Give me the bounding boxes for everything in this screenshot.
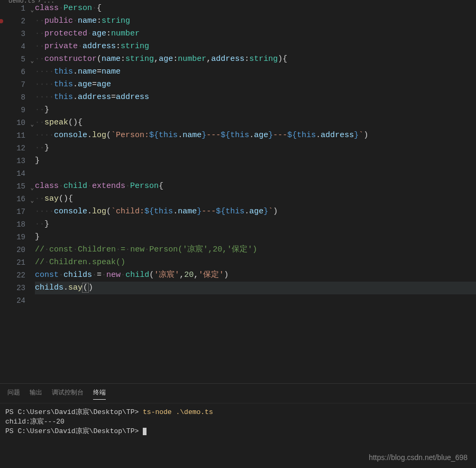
line-number: 24 <box>0 294 35 307</box>
cursor-icon <box>143 428 147 435</box>
terminal-line: PS C:\Users\David凉宸\Desktop\TP> <box>5 427 471 436</box>
terminal-line: child:凉宸---20 <box>5 417 471 427</box>
code-line[interactable]: childs.say() <box>35 282 476 294</box>
code-line[interactable]: ····console.log(`Person:${this.name}---$… <box>35 129 476 142</box>
line-number: 5⌄ <box>0 53 35 66</box>
tab-problems[interactable]: 问题 <box>7 388 20 400</box>
code-line[interactable]: ··say(){ <box>35 193 476 205</box>
line-number: 4 <box>0 40 35 53</box>
code-line[interactable]: ··private·address:string <box>35 40 476 53</box>
code-line[interactable]: class·child·extends·Person{ <box>35 180 476 193</box>
line-number: 18 <box>0 218 35 231</box>
code-line[interactable]: ····this.name=name <box>35 66 476 78</box>
code-line[interactable] <box>35 294 476 307</box>
terminal-output[interactable]: PS C:\Users\David凉宸\Desktop\TP> ts-node … <box>0 403 476 440</box>
code-area[interactable]: class·Person·{··public·name:string··prot… <box>35 2 476 383</box>
code-line[interactable]: ··speak(){ <box>35 116 476 129</box>
code-line[interactable]: ····this.address=address <box>35 91 476 104</box>
line-number: 9 <box>0 104 35 116</box>
code-line[interactable]: ··constructor(name:string,age:number,add… <box>35 53 476 66</box>
line-number: 8 <box>0 91 35 104</box>
code-line[interactable]: ··public·name:string <box>35 15 476 28</box>
code-line[interactable]: } <box>35 155 476 167</box>
line-number: 2 <box>0 15 35 28</box>
tab-terminal[interactable]: 终端 <box>93 388 106 400</box>
line-number: 12 <box>0 142 35 155</box>
line-gutter: 1⌄2345⌄678910⌄1112131415⌄16⌄171819202122… <box>0 2 35 383</box>
code-line[interactable]: ··} <box>35 142 476 155</box>
tab-debug-console[interactable]: 调试控制台 <box>52 388 84 400</box>
code-line[interactable]: const·childs·=·new·child('凉宸',20,'保定') <box>35 269 476 282</box>
code-line[interactable]: class·Person·{ <box>35 2 476 15</box>
code-line[interactable]: ····console.log(`child:${this.name}---${… <box>35 205 476 218</box>
line-number: 11 <box>0 129 35 142</box>
line-number: 3 <box>0 28 35 40</box>
terminal-line: PS C:\Users\David凉宸\Desktop\TP> ts-node … <box>5 408 471 417</box>
line-number: 21 <box>0 256 35 269</box>
panel-tabs: 问题 输出 调试控制台 终端 <box>0 384 476 403</box>
code-line[interactable]: ··} <box>35 104 476 116</box>
line-number: 17 <box>0 205 35 218</box>
code-editor[interactable]: 1⌄2345⌄678910⌄1112131415⌄16⌄171819202122… <box>0 2 476 383</box>
line-number: 1⌄ <box>0 2 35 15</box>
line-number: 20 <box>0 244 35 256</box>
breakpoint-icon[interactable] <box>0 19 3 23</box>
code-line[interactable]: } <box>35 231 476 244</box>
code-line[interactable]: ··protected·age:number <box>35 28 476 40</box>
line-number: 7 <box>0 78 35 91</box>
code-line[interactable]: ··} <box>35 218 476 231</box>
code-line[interactable]: //·Children.speak() <box>35 256 476 269</box>
line-number: 6 <box>0 66 35 78</box>
tab-output[interactable]: 输出 <box>30 388 42 400</box>
line-number: 10⌄ <box>0 116 35 129</box>
line-number: 15⌄ <box>0 180 35 193</box>
line-number: 13 <box>0 155 35 167</box>
line-number: 14 <box>0 167 35 180</box>
line-number: 23 <box>0 282 35 294</box>
line-number: 19 <box>0 231 35 244</box>
line-number: 22 <box>0 269 35 282</box>
code-line[interactable]: ····this.age=age <box>35 78 476 91</box>
watermark: https://blog.csdn.net/blue_698 <box>369 453 468 462</box>
code-line[interactable]: //·const·Children·=·new·Person('凉宸',20,'… <box>35 244 476 256</box>
code-line[interactable] <box>35 167 476 180</box>
line-number: 16⌄ <box>0 193 35 205</box>
